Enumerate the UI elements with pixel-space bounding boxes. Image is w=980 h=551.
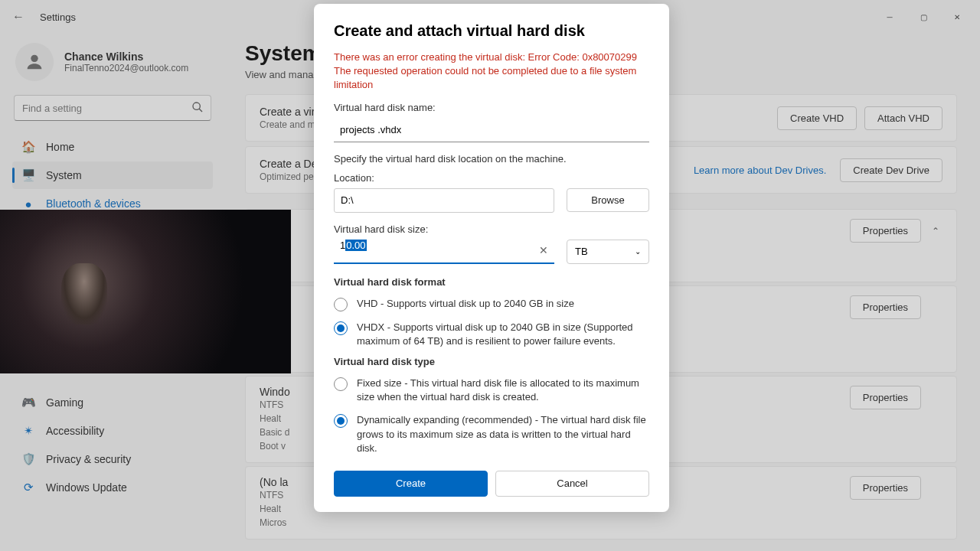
location-label: Location: [334,172,649,184]
location-text: Specify the virtual hard disk location o… [334,153,649,165]
radio-vhd[interactable]: VHD - Supports virtual disk up to 2040 G… [334,297,649,311]
radio-icon [334,377,348,391]
type-heading: Virtual hard disk type [334,356,649,367]
clear-icon[interactable]: ✕ [539,244,548,256]
radio-label: VHD - Supports virtual disk up to 2040 G… [357,297,574,311]
dialog-title: Create and attach virtual hard disk [334,22,649,40]
size-unit-select[interactable]: TB ⌄ [567,240,649,264]
radio-icon [334,414,348,428]
radio-label: VHDX - Supports virtual disk up to 2040 … [357,321,649,348]
format-heading: Virtual hard disk format [334,276,649,288]
cancel-button[interactable]: Cancel [495,471,649,497]
create-vhd-dialog: Create and attach virtual hard disk Ther… [314,4,669,512]
name-label: Virtual hard disk name: [334,102,649,113]
create-button[interactable]: Create [334,471,488,497]
location-input[interactable] [334,188,554,213]
chevron-down-icon: ⌄ [635,247,641,256]
radio-label: Fixed size - This virtual hard disk file… [357,377,649,404]
size-input-wrap[interactable]: 10.00 ✕ [334,240,554,264]
size-input[interactable]: 10.00 [334,240,554,262]
browse-button[interactable]: Browse [567,188,649,212]
radio-icon [334,321,348,335]
error-message: There was an error creating the virtual … [334,51,649,93]
radio-label: Dynamically expanding (recommended) - Th… [357,413,649,455]
webcam-overlay [0,210,291,373]
radio-vhdx[interactable]: VHDX - Supports virtual disk up to 2040 … [334,321,649,348]
radio-fixed[interactable]: Fixed size - This virtual hard disk file… [334,377,649,404]
radio-dynamic[interactable]: Dynamically expanding (recommended) - Th… [334,413,649,455]
radio-icon [334,298,348,311]
size-label: Virtual hard disk size: [334,223,649,235]
vhd-name-input[interactable] [334,118,649,142]
